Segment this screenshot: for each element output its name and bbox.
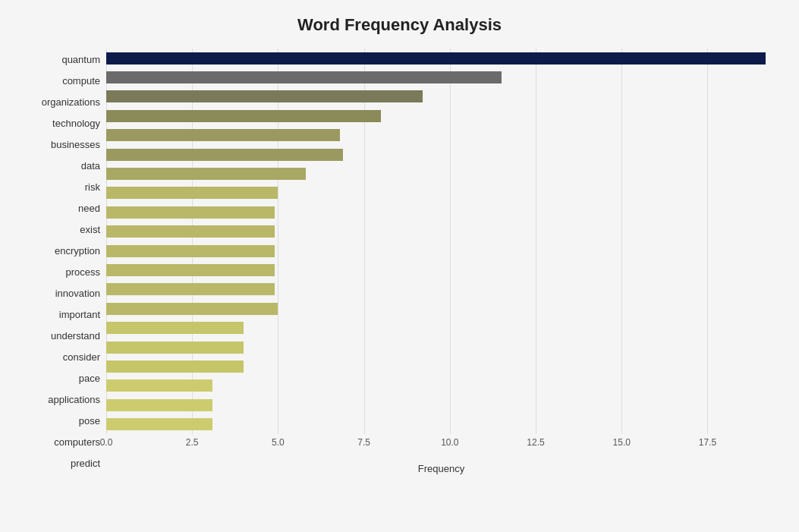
x-tick: 5.0 <box>272 437 285 448</box>
chart-container: Word Frequency Analysis quantumcomputeor… <box>0 0 799 532</box>
y-label: pace <box>79 370 100 387</box>
y-labels: quantumcomputeorganizationstechnologybus… <box>23 49 106 474</box>
bar <box>106 245 275 257</box>
bar-row <box>106 397 776 414</box>
y-label: understand <box>51 328 100 345</box>
bar-row <box>106 301 776 317</box>
y-label: organizations <box>42 93 100 110</box>
x-tick: 2.5 <box>186 437 199 448</box>
bar-row <box>106 146 776 163</box>
bar-row <box>106 108 776 124</box>
bar <box>106 322 244 334</box>
bar-row <box>106 127 776 143</box>
bar <box>106 399 212 411</box>
x-tick: 12.5 <box>527 437 544 448</box>
bar <box>106 283 275 295</box>
bar <box>106 379 212 392</box>
bar <box>106 110 381 122</box>
x-axis-label: Frequency <box>106 463 776 474</box>
x-tick: 10.0 <box>441 437 458 448</box>
y-label: consider <box>63 349 100 366</box>
bar-row <box>106 223 776 240</box>
bar-row <box>106 262 776 279</box>
bar <box>106 149 343 161</box>
y-label: important <box>59 307 100 323</box>
bar <box>106 418 212 430</box>
y-label: risk <box>85 178 100 195</box>
x-tick: 7.5 <box>357 437 370 448</box>
bar <box>106 206 275 219</box>
bar <box>106 129 340 141</box>
y-label: predict <box>71 455 100 472</box>
y-label: data <box>81 157 100 174</box>
chart-title: Word Frequency Analysis <box>23 15 776 35</box>
y-label: technology <box>52 115 100 131</box>
bar-row <box>106 165 776 182</box>
bar <box>106 264 275 276</box>
bar <box>106 360 244 373</box>
bar-row <box>106 88 776 105</box>
y-label: compute <box>62 72 100 89</box>
bar-row <box>106 358 776 375</box>
bars-and-grid: 0.02.55.07.510.012.515.017.5 Frequency <box>106 49 776 474</box>
y-label: process <box>65 263 100 280</box>
bar <box>106 342 244 354</box>
y-label: pose <box>79 413 100 430</box>
bar <box>106 90 423 102</box>
y-label: quantum <box>61 51 100 68</box>
x-axis-container: 0.02.55.07.510.012.515.017.5 <box>106 437 776 460</box>
x-tick: 0.0 <box>100 437 113 448</box>
bar-row <box>106 377 776 394</box>
bar-row <box>106 339 776 356</box>
y-label: exist <box>80 221 100 238</box>
y-label: encryption <box>55 242 100 259</box>
y-label: need <box>78 200 100 216</box>
bar-row <box>106 416 776 433</box>
chart-area: quantumcomputeorganizationstechnologybus… <box>23 49 776 474</box>
x-tick: 17.5 <box>699 437 716 448</box>
bar-row <box>106 320 776 336</box>
bar <box>106 71 502 83</box>
bar-row <box>106 184 776 201</box>
bar-row <box>106 50 776 67</box>
y-label: innovation <box>55 285 100 302</box>
bar <box>106 187 278 199</box>
bar-row <box>106 204 776 221</box>
bar-row <box>106 281 776 297</box>
y-label: computers <box>54 434 100 451</box>
bar-row <box>106 243 776 260</box>
bar <box>106 52 766 65</box>
bar-row <box>106 69 776 86</box>
bar <box>106 225 275 238</box>
y-label: businesses <box>51 136 100 153</box>
x-tick: 15.0 <box>613 437 631 448</box>
bar <box>106 168 306 180</box>
bar <box>106 303 278 315</box>
grid-and-bars <box>106 49 776 434</box>
y-label: applications <box>48 392 100 408</box>
